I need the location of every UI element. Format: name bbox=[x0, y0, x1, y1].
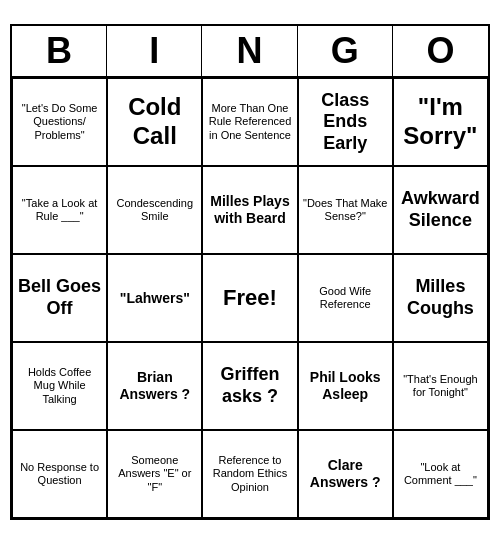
bingo-cell-8: "Does That Make Sense?" bbox=[298, 166, 393, 254]
bingo-cell-19: "That's Enough for Tonight" bbox=[393, 342, 488, 430]
bingo-cell-23: Clare Answers ? bbox=[298, 430, 393, 518]
bingo-cell-18: Phil Looks Asleep bbox=[298, 342, 393, 430]
header-letter-I: I bbox=[107, 26, 202, 76]
bingo-card: BINGO "Let's Do Some Questions/ Problems… bbox=[10, 24, 490, 520]
bingo-cell-10: Bell Goes Off bbox=[12, 254, 107, 342]
bingo-cell-16: Brian Answers ? bbox=[107, 342, 202, 430]
bingo-cell-20: No Response to Question bbox=[12, 430, 107, 518]
bingo-cell-3: Class Ends Early bbox=[298, 78, 393, 166]
bingo-cell-21: Someone Answers "E" or "F" bbox=[107, 430, 202, 518]
header-letter-N: N bbox=[202, 26, 297, 76]
bingo-header: BINGO bbox=[12, 26, 488, 78]
bingo-cell-5: "Take a Look at Rule ___" bbox=[12, 166, 107, 254]
bingo-cell-0: "Let's Do Some Questions/ Problems" bbox=[12, 78, 107, 166]
bingo-cell-11: "Lahwers" bbox=[107, 254, 202, 342]
header-letter-G: G bbox=[298, 26, 393, 76]
bingo-cell-14: Milles Coughs bbox=[393, 254, 488, 342]
bingo-cell-9: Awkward Silence bbox=[393, 166, 488, 254]
bingo-cell-13: Good Wife Reference bbox=[298, 254, 393, 342]
bingo-cell-24: "Look at Comment ___" bbox=[393, 430, 488, 518]
bingo-cell-4: "I'm Sorry" bbox=[393, 78, 488, 166]
bingo-cell-22: Reference to Random Ethics Opinion bbox=[202, 430, 297, 518]
bingo-cell-15: Holds Coffee Mug While Talking bbox=[12, 342, 107, 430]
header-letter-B: B bbox=[12, 26, 107, 76]
bingo-grid: "Let's Do Some Questions/ Problems"Cold … bbox=[12, 78, 488, 518]
bingo-cell-12: Free! bbox=[202, 254, 297, 342]
bingo-cell-7: Milles Plays with Beard bbox=[202, 166, 297, 254]
bingo-cell-17: Griffen asks ? bbox=[202, 342, 297, 430]
bingo-cell-2: More Than One Rule Referenced in One Sen… bbox=[202, 78, 297, 166]
bingo-cell-1: Cold Call bbox=[107, 78, 202, 166]
header-letter-O: O bbox=[393, 26, 488, 76]
bingo-cell-6: Condescending Smile bbox=[107, 166, 202, 254]
